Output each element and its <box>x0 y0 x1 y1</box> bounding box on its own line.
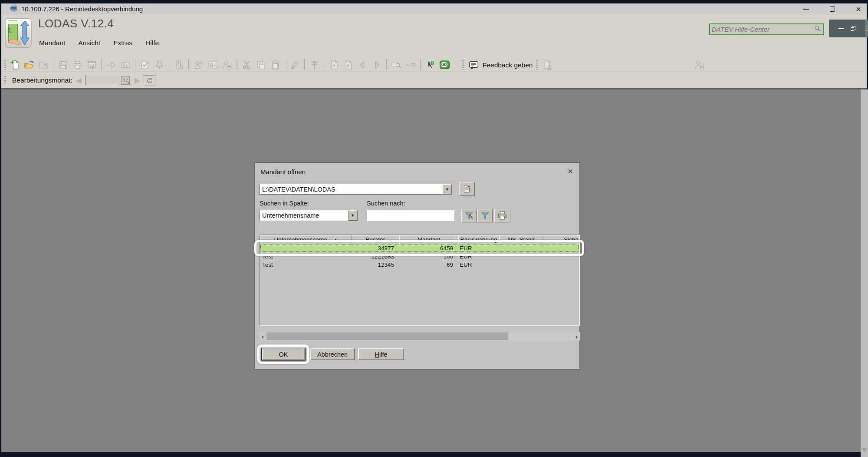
table-header: Unternehmensname ▲ Berater Mandant Basis… <box>260 235 579 244</box>
app-title: LODAS V.12.4 <box>38 17 114 30</box>
col-basiswaehrung[interactable]: Basiswährung <box>458 235 499 244</box>
month-label: Bearbeitungsmonat: <box>12 76 72 84</box>
search-icon[interactable] <box>813 24 822 34</box>
scrollbar-thumb[interactable] <box>266 332 508 340</box>
cancel-button[interactable]: Abbrechen <box>310 348 355 360</box>
col-abr-stand[interactable]: Abr.-Stand <box>499 235 542 244</box>
col-unternehmensname[interactable]: Unternehmensname ▲ <box>260 235 352 244</box>
search-for-label: Suchen nach: <box>367 200 405 207</box>
data-path-combobox[interactable]: L:\DATEV\DATEN\LODAS ▼ <box>260 184 452 195</box>
table-row-selected[interactable]: 34977 6459 EUR <box>260 244 579 252</box>
print-icon <box>72 59 83 70</box>
scroll-left-icon[interactable]: ‹ <box>260 333 266 340</box>
table-row[interactable]: Test 12345 69 EUR <box>260 261 579 269</box>
col-sicherung[interactable]: Siche <box>542 235 579 244</box>
menu-hilfe[interactable]: Hilfe <box>145 38 160 48</box>
document-coins-icon <box>542 60 553 71</box>
menu-ansicht[interactable]: Ansicht <box>77 38 101 48</box>
svg-text:20: 20 <box>7 28 12 33</box>
mdi-restore-icon[interactable] <box>851 26 855 31</box>
toolbar-grip[interactable] <box>536 60 538 70</box>
dialog-close-icon[interactable]: × <box>566 166 575 176</box>
toolbar-grip[interactable] <box>4 76 6 85</box>
record-card-icon <box>120 59 131 70</box>
help-center-input[interactable] <box>710 26 813 33</box>
scroll-right-icon[interactable]: › <box>573 333 580 340</box>
help-center-searchbox[interactable] <box>709 23 824 35</box>
next-month-icon: ▶ <box>135 77 140 84</box>
feedback-cluster: Feedback geben <box>462 58 553 72</box>
toolbar-separator <box>324 59 324 70</box>
toolbar-separator <box>285 59 285 70</box>
print-preview-icon <box>86 59 97 70</box>
reminder-bell-icon <box>154 59 165 70</box>
feedback-bubble-icon[interactable] <box>468 60 479 71</box>
search-column-combobox[interactable]: Unternehmensname ▼ <box>260 210 358 221</box>
scroll-down-icon[interactable] <box>862 448 867 454</box>
menu-mandant[interactable]: Mandant <box>38 38 66 48</box>
toolbar-separator <box>169 59 169 70</box>
define-filter-button[interactable] <box>461 209 477 222</box>
quick-search-icon <box>391 59 402 70</box>
search-for-input[interactable] <box>367 210 454 221</box>
ok-button[interactable]: OK <box>262 348 305 360</box>
mandant-oeffnen-dialog: Mandant öffnen × L:\DATEV\DATEN\LODAS ▼ … <box>254 162 580 370</box>
next-record-icon <box>371 59 382 70</box>
toolbar-separator <box>237 59 237 70</box>
toolbar-grip[interactable] <box>462 60 464 70</box>
col-berater[interactable]: Berater <box>352 235 399 244</box>
new-mandant-icon[interactable] <box>9 59 20 70</box>
menu-extras[interactable]: Extras <box>112 38 133 48</box>
rdp-title-bar: 10.100.7.226 - Remotedesktopverbindung × <box>1 3 867 14</box>
minimize-button[interactable] <box>799 3 812 14</box>
table-horizontal-scrollbar[interactable]: ‹ › <box>260 332 580 341</box>
toolbar-separator <box>188 59 189 70</box>
workspace-vertical-scrollbar[interactable] <box>861 89 868 457</box>
prev-record-icon <box>357 59 368 70</box>
maximize-button[interactable] <box>826 3 839 14</box>
chevron-down-icon[interactable]: ▼ <box>348 210 357 221</box>
toolbar-separator <box>386 59 387 70</box>
main-toolbar-icons <box>9 59 450 70</box>
calendar-picker-icon[interactable]: 17 <box>121 76 130 85</box>
close-button[interactable]: × <box>852 3 865 14</box>
forward-icon <box>105 59 117 70</box>
data-path-value: L:\DATEV\DATEN\LODAS <box>260 186 443 193</box>
employee-card-icon <box>207 59 218 70</box>
menu-bar: Mandant Ansicht Extras Hilfe <box>38 38 160 48</box>
refresh-button[interactable] <box>144 75 155 86</box>
mdi-window-controls <box>829 20 865 37</box>
cut-icon <box>241 59 252 70</box>
mdi-minimize-icon[interactable] <box>838 28 844 29</box>
dialog-title: Mandant öffnen <box>260 168 306 176</box>
print-list-button[interactable] <box>494 209 510 222</box>
lex-info-icon[interactable] <box>439 59 450 70</box>
toolbar-separator <box>304 59 305 70</box>
context-help-icon[interactable] <box>424 59 436 70</box>
apply-filter-button[interactable] <box>477 209 493 222</box>
chevron-down-icon[interactable]: ▼ <box>443 184 452 194</box>
sort-asc-icon: ▲ <box>334 238 338 242</box>
table-row[interactable]: Test 1222683 100 EUR <box>260 252 579 261</box>
help-button[interactable]: Hilfe <box>358 348 404 360</box>
feedback-label[interactable]: Feedback geben <box>483 61 533 69</box>
month-input[interactable] <box>85 75 116 83</box>
main-toolbar: Feedback geben <box>1 58 867 72</box>
select-server-button[interactable] <box>459 182 475 196</box>
rdp-icon <box>10 5 19 15</box>
month-field[interactable]: 17 <box>85 75 131 86</box>
system-tower-icon <box>173 59 184 70</box>
panel-handle[interactable] <box>865 20 868 37</box>
toolbar-separator <box>53 59 53 70</box>
paste-icon <box>270 59 281 70</box>
search-in-column-label: Suchen in Spalte: <box>260 200 309 207</box>
employee-payments-icon <box>694 59 705 70</box>
rdp-title: 10.100.7.226 - Remotedesktopverbindung <box>21 5 143 13</box>
month-toolbar: Bearbeitungsmonat: ◀ 17 ▶ <box>1 73 867 88</box>
highlighter-icon <box>289 59 300 70</box>
open-mandant-icon[interactable] <box>23 59 35 70</box>
toolbar-grip[interactable] <box>4 60 6 70</box>
filter-edit-icon <box>464 211 474 221</box>
col-mandant[interactable]: Mandant <box>399 235 458 244</box>
toolbar-separator <box>420 59 421 70</box>
